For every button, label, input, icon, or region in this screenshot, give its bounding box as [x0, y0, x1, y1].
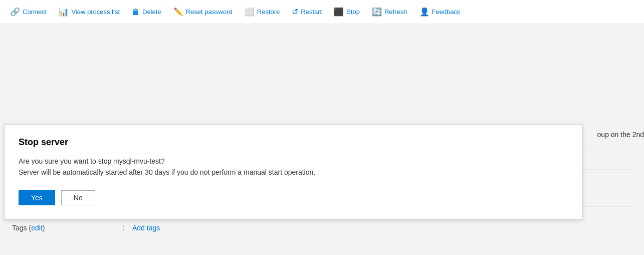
- connect-label: Connect: [23, 8, 47, 16]
- restore-icon: ⬜: [245, 7, 255, 17]
- restore-button[interactable]: ⬜ Restore: [239, 0, 286, 24]
- reset-password-button[interactable]: ✏️ Reset password: [167, 0, 239, 24]
- restore-label: Restore: [257, 8, 280, 16]
- add-tags-link[interactable]: Add tags: [132, 224, 160, 232]
- tags-label: Tags (edit): [12, 224, 122, 232]
- stop-button[interactable]: ⬛ Stop: [328, 0, 366, 24]
- no-button[interactable]: No: [61, 190, 95, 205]
- dialog-message-line2: Server will be automatically started aft…: [19, 167, 568, 178]
- refresh-button[interactable]: 🔄 Refresh: [366, 0, 413, 24]
- partial-header-text: oup on the 2nd: [597, 129, 644, 141]
- dialog-buttons: Yes No: [19, 190, 568, 205]
- view-process-list-button[interactable]: 📊 View process list: [53, 0, 126, 24]
- delete-label: Delete: [142, 8, 161, 16]
- yes-button[interactable]: Yes: [19, 190, 55, 205]
- refresh-label: Refresh: [384, 8, 407, 16]
- toolbar: 🔗 Connect 📊 View process list 🗑 Delete ✏…: [0, 0, 644, 24]
- connect-icon: 🔗: [10, 7, 20, 17]
- reset-password-icon: ✏️: [173, 7, 183, 17]
- refresh-icon: 🔄: [372, 7, 382, 17]
- tags-row: Tags (edit) : Add tags: [12, 219, 632, 237]
- restart-label: Restart: [301, 8, 322, 16]
- stop-icon: ⬛: [334, 7, 344, 17]
- dialog-message-line1: Are you sure you want to stop mysql-mvu-…: [19, 156, 568, 167]
- reset-password-label: Reset password: [186, 8, 233, 16]
- view-process-list-label: View process list: [71, 8, 120, 16]
- dialog-message: Are you sure you want to stop mysql-mvu-…: [19, 156, 568, 178]
- tags-edit-link[interactable]: edit: [31, 224, 43, 232]
- main-content: oup on the 2nd Stop server Are you sure …: [0, 124, 644, 255]
- connect-button[interactable]: 🔗 Connect: [4, 0, 53, 24]
- dialog-title: Stop server: [19, 137, 568, 148]
- feedback-label: Feedback: [432, 8, 461, 16]
- feedback-button[interactable]: 👤 Feedback: [413, 0, 467, 24]
- delete-icon: 🗑: [132, 8, 140, 17]
- restart-button[interactable]: ↺ Restart: [286, 0, 328, 24]
- stop-server-dialog: Stop server Are you sure you want to sto…: [4, 124, 583, 220]
- stop-label: Stop: [346, 8, 360, 16]
- view-process-list-icon: 📊: [59, 7, 69, 17]
- tags-value: Add tags: [132, 224, 160, 232]
- restart-icon: ↺: [292, 7, 298, 17]
- feedback-icon: 👤: [419, 7, 430, 17]
- delete-button[interactable]: 🗑 Delete: [126, 0, 167, 24]
